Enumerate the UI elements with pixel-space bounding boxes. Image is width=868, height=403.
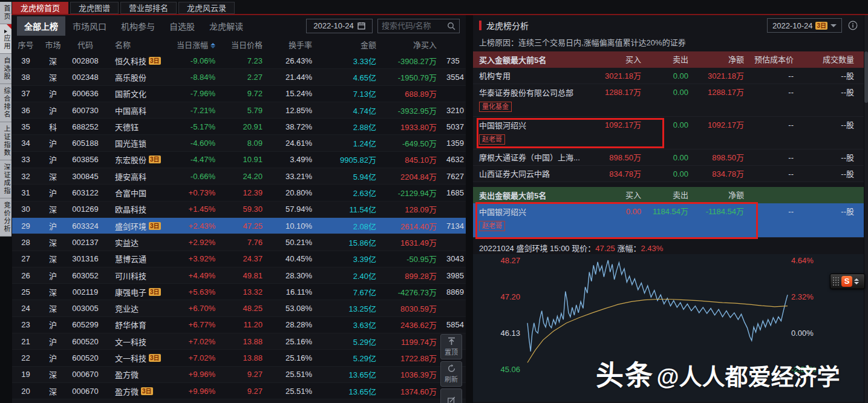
cell-turnover: 10.10% — [263, 221, 312, 231]
arrow-up-icon — [854, 278, 859, 281]
table-row[interactable]: 32深300845捷安高科-0.66%24.2033.21%5.94亿2204.… — [12, 168, 466, 185]
search-icon[interactable] — [447, 22, 455, 30]
table-row[interactable]: 21沪600520文一科技+7.02%13.8825.16%5.29亿1199.… — [12, 333, 466, 350]
cell-name: 东宏股份3日 — [104, 154, 175, 165]
header-market[interactable]: 市场 — [39, 39, 67, 50]
sort-icon[interactable] — [210, 43, 215, 48]
scroll-top-button[interactable]: 置顶 — [440, 334, 462, 359]
header-name[interactable]: 名称 — [104, 39, 175, 50]
table-row[interactable]: 26沪603052可川科技+4.49%49.8128.30%2.40亿899.2… — [12, 267, 466, 284]
table-row[interactable]: 35科688252天德钰-5.17%20.9138.72%2.88亿1933.8… — [12, 119, 466, 135]
table-row[interactable]: 28深002137实益达+2.92%7.7650.21%15.86亿1631.4… — [12, 234, 466, 251]
table-row[interactable]: 38深002348高乐股份-8.84%2.2721.44%4.65亿-1950.… — [12, 69, 466, 85]
info-icon[interactable] — [848, 21, 858, 30]
table-row[interactable]: 37沪600636国新文化-7.96%9.7215.24%7.13亿688.89… — [12, 86, 466, 102]
header-price[interactable]: 当日价格 — [215, 39, 263, 50]
cell-amount: 2.40亿 — [312, 270, 376, 281]
date-picker[interactable]: 2022-10-24 — [306, 19, 373, 33]
table-row[interactable]: 33沪603856东宏股份3日-4.47%10.913.49%9905.82万8… — [12, 152, 466, 168]
table-row[interactable]: 20深000670盈方微3日+9.96%9.2725.51%13.65亿1374… — [12, 383, 466, 399]
cell-market: 深 — [39, 203, 67, 215]
tab-longhu-map[interactable]: 龙虎图谱 — [70, 2, 119, 14]
cell-price: 2.27 — [215, 73, 263, 82]
header-code[interactable]: 代码 — [67, 39, 104, 50]
ime-arrows[interactable] — [854, 278, 859, 284]
table-row[interactable]: 29沪603324盛剑环境3日+2.43%47.2510.10%2.08亿261… — [12, 218, 466, 234]
subtab-institution[interactable]: 机构参与 — [114, 16, 162, 36]
header-change[interactable]: 当日涨幅 — [175, 39, 215, 50]
subtab-all-listed[interactable]: 全部上榜 — [17, 16, 65, 36]
sidebar-item-watchlist[interactable]: 自选股 — [0, 54, 11, 84]
table-row[interactable]: 25深002119康强电子3日+5.63%13.3216.11%7.67亿-42… — [12, 284, 466, 300]
cell-change: -8.84% — [175, 73, 215, 82]
subtab-interpretation[interactable]: 龙虎解读 — [202, 16, 250, 36]
drag-grip-icon[interactable] — [832, 277, 840, 286]
cell-turnover: 3.49% — [263, 155, 312, 164]
edit-button[interactable] — [440, 388, 462, 403]
table-row[interactable]: 24深003005竞业达+6.70%48.2553.08%13.25亿8030.… — [12, 300, 466, 316]
tab-longhu-home[interactable]: 龙虎榜首页 — [12, 2, 68, 14]
broker-row[interactable]: 摩根大通证券（中国）上海...898.50万0.00898.50万----股 — [473, 149, 864, 166]
cell-extra: 1359 — [437, 139, 466, 148]
sidebar-item-sse-index[interactable]: 上证指数 — [0, 122, 11, 160]
analysis-date-picker[interactable]: 2022-10-24 3日 — [767, 18, 842, 33]
table-row[interactable]: 39深002808恒久科技3日-9.06%7.2326.43%3.33亿-390… — [12, 53, 466, 69]
sidebar-item-home[interactable]: 首页 — [0, 2, 11, 24]
cell-netbuy: 1374.60万 — [376, 385, 437, 397]
header-amount[interactable]: 金额 — [312, 39, 376, 50]
y-axis-right-label: 0.00% — [791, 329, 814, 338]
search-input[interactable] — [382, 21, 447, 30]
cell-name: 国新文化 — [104, 88, 175, 99]
table-row[interactable]: 18深002077大港股份+9.98%16.5221.21%10.97亿1.06… — [12, 399, 466, 403]
cell-code: 600730 — [67, 106, 104, 115]
stock-list-panel: 全部上榜 市场风口 机构参与 自选股 龙虎解读 2022-10-24 序号 市场… — [12, 15, 466, 403]
header-netbuy[interactable]: 净买入 — [376, 39, 437, 50]
table-row[interactable]: 34沪605188国光连锁-4.60%8.0924.61%1.24亿-649.5… — [12, 135, 466, 151]
broker-row[interactable]: 中国银河绍兴赵老哥0.001184.54万-1184.54万----股 — [473, 203, 864, 238]
cell-seq: 33 — [12, 155, 39, 164]
tab-branch-rank[interactable]: 营业部排名 — [120, 2, 177, 14]
cell-name: 欧晶科技 — [104, 203, 175, 215]
cell-code: 600520 — [67, 337, 104, 346]
broker-row[interactable]: 华泰证券股份有限公司总部量化基金1288.17万0.001288.17万----… — [473, 84, 864, 117]
cell-turnover: 57.94% — [263, 205, 312, 214]
tab-longhu-record[interactable]: 龙虎风云录 — [178, 2, 235, 14]
cell-seq: 29 — [12, 221, 39, 231]
table-row[interactable]: 31沪603122合富中国+0.73%12.3920.80%2.63亿-2129… — [12, 185, 466, 201]
cell-change: -4.47% — [175, 155, 215, 164]
broker-row[interactable]: 中国银河绍兴赵老哥1092.17万0.001092.17万----股 — [473, 117, 864, 149]
cell-netbuy: -649.50万 — [376, 137, 437, 149]
cell-netbuy: 1036.39万 — [376, 369, 437, 380]
stock-name: 天德钰 — [115, 121, 139, 133]
table-row[interactable]: 36沪600730中国高科-7.21%5.7912.85%4.74亿-3932.… — [12, 102, 466, 119]
cell-netbuy: -1950.79万 — [376, 71, 437, 83]
cell-qty: --股 — [798, 203, 864, 237]
header-turnover[interactable]: 换手率 — [263, 39, 312, 50]
broker-row[interactable]: 山西证券大同云中路834.78万0.00834.78万----股 — [473, 166, 864, 182]
table-row[interactable]: 30深001269欧晶科技+1.45%59.3057.94%11.54亿128.… — [12, 202, 466, 218]
cell-extra: 3043 — [437, 254, 466, 263]
sidebar-item-auction[interactable]: 竞价分析 — [0, 198, 11, 237]
buy-table-body: 机构专用3021.18万0.003021.18万----股华泰证券股份有限公司总… — [473, 68, 864, 182]
cell-seq: 36 — [12, 106, 39, 115]
subtab-market-hotspot[interactable]: 市场风口 — [65, 16, 114, 36]
sidebar-item-szse-index[interactable]: 深证成指 — [0, 160, 11, 198]
header-seq[interactable]: 序号 — [12, 39, 39, 50]
sidebar-item-ranking[interactable]: 综合排名 — [0, 84, 11, 122]
sidebar-item-apps[interactable]: 应用 — [0, 24, 11, 54]
broker-row[interactable]: 机构专用3021.18万0.003021.18万----股 — [473, 68, 864, 84]
cell-name: 竞业达 — [104, 303, 175, 314]
table-row[interactable]: 23沪605299舒华体育+6.77%11.2028.28%3.63亿2436.… — [12, 317, 466, 333]
table-row[interactable]: 27深301316慧博云通+3.92%24.3740.45%3.39亿-50.9… — [12, 251, 466, 267]
cell-seq: 39 — [12, 56, 39, 65]
refresh-button[interactable]: 刷新 — [440, 361, 462, 387]
cell-netbuy: -2129.94万 — [376, 187, 437, 198]
table-row[interactable]: 22沪600520文一科技3日+7.02%13.8825.16%5.29亿172… — [12, 350, 466, 366]
table-row[interactable]: 19深000670盈方微+9.96%9.2725.51%13.65亿1036.3… — [12, 367, 466, 383]
cell-extra: 5854 — [437, 320, 466, 329]
sogou-ime-bar[interactable]: S — [830, 274, 865, 289]
cell-buy: 1092.17万 — [599, 117, 645, 149]
scrollbar-thumb[interactable] — [864, 51, 868, 103]
subtab-watchlist[interactable]: 自选股 — [162, 16, 202, 36]
cell-amount: 3.39亿 — [312, 253, 376, 264]
